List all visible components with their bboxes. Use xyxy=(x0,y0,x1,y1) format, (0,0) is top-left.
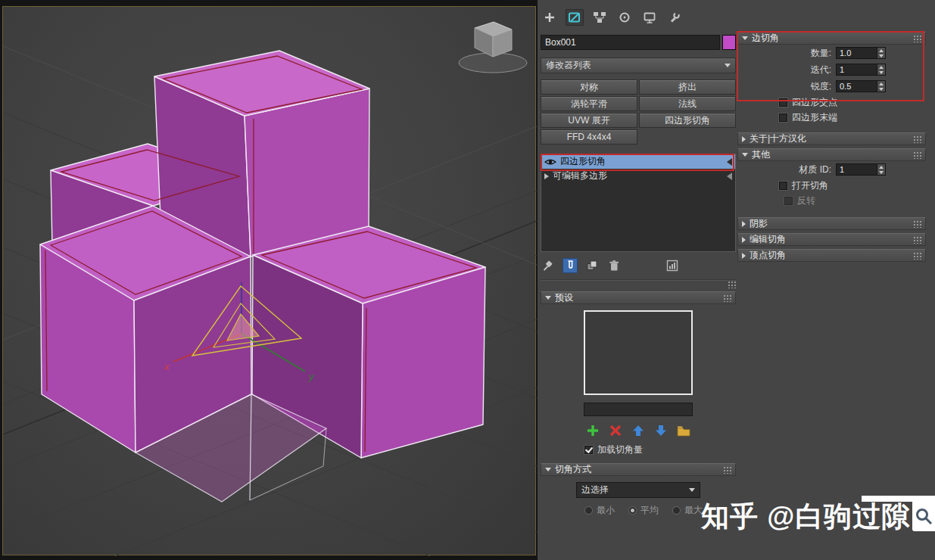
rollout-grip[interactable] xyxy=(912,219,921,228)
magnifier-icon xyxy=(914,506,933,526)
box-cross-object[interactable] xyxy=(40,51,485,458)
rollout-closed-arrow-icon xyxy=(742,136,746,142)
tab-modify[interactable] xyxy=(566,9,584,26)
material-id-value: 1 xyxy=(837,164,877,175)
stack-item-label: 可编辑多边形 xyxy=(553,170,607,182)
checkbox-label: 加载切角量 xyxy=(597,443,643,456)
modifier-button-normal[interactable]: 法线 xyxy=(639,96,736,111)
invert-checkbox[interactable] xyxy=(784,197,793,205)
rollout-header-vertex-chamfer[interactable]: 顶点切角 xyxy=(737,249,926,262)
modifier-button-symmetry[interactable]: 对称 xyxy=(541,79,637,95)
folder-icon[interactable] xyxy=(675,422,692,439)
expand-arrow-icon[interactable] xyxy=(544,173,549,179)
rollout-grip xyxy=(727,280,736,288)
modifier-list-dropdown[interactable]: 修改器列表 xyxy=(541,58,736,73)
dropdown-value: 边选择 xyxy=(581,484,609,496)
modify-icon xyxy=(568,11,581,23)
rollout-header-edit-chamfer[interactable]: 编辑切角 xyxy=(737,233,926,246)
rollout-header-edge-chamfer[interactable]: 边切角 xyxy=(737,32,926,45)
iterations-label: 迭代: xyxy=(777,64,831,76)
quad-intersections-checkbox[interactable] xyxy=(779,98,787,107)
move-down-icon[interactable] xyxy=(653,422,669,439)
stack-item-label: 四边形切角 xyxy=(560,155,606,168)
material-id-spinner[interactable]: 1 xyxy=(836,163,886,176)
viewport-3d[interactable]: x y xyxy=(2,6,536,555)
display-icon xyxy=(644,11,656,23)
rollout-header-preset[interactable]: 预设 xyxy=(541,291,736,304)
preset-name-input[interactable] xyxy=(584,403,693,416)
spinner-arrows[interactable] xyxy=(877,48,885,58)
tab-hierarchy[interactable] xyxy=(591,9,609,26)
sharpness-spinner[interactable]: 0.5 xyxy=(836,80,886,92)
stack-item-editable-poly[interactable]: 可编辑多边形 xyxy=(541,169,735,183)
wrench-icon xyxy=(669,11,681,23)
edge-selection-dropdown[interactable]: 边选择 xyxy=(576,482,700,498)
rollout-open-arrow-icon xyxy=(742,153,748,157)
rollout-header-other[interactable]: 其他 xyxy=(737,148,926,161)
stack-item-quad-chamfer[interactable]: 四边形切角 xyxy=(541,154,735,169)
rollout-title: 编辑切角 xyxy=(750,233,786,246)
spinner-arrows[interactable] xyxy=(877,81,885,92)
add-preset-icon[interactable] xyxy=(584,422,601,439)
rollout-closed-arrow-icon xyxy=(742,237,746,243)
iterations-spinner[interactable]: 1 xyxy=(836,64,886,76)
sharpness-value: 0.5 xyxy=(837,81,877,92)
rollout-header-chamfer-method[interactable]: 切角方式 xyxy=(541,463,736,476)
tab-utilities[interactable] xyxy=(665,9,684,26)
rollout-open-arrow-icon xyxy=(545,468,551,471)
eye-icon[interactable] xyxy=(544,157,556,166)
object-name-value: Box001 xyxy=(545,37,576,48)
modifier-button-quad-chamfer[interactable]: 四边形切角 xyxy=(639,113,736,128)
load-chamfer-amount-checkbox[interactable] xyxy=(584,446,593,454)
show-end-result-icon[interactable] xyxy=(563,258,578,273)
radio-average[interactable]: 平均 xyxy=(628,504,659,517)
delete-preset-icon[interactable] xyxy=(607,422,624,439)
move-up-icon[interactable] xyxy=(630,422,647,439)
rollout-grip[interactable] xyxy=(912,235,921,244)
radio-maximum[interactable]: 最大 xyxy=(672,504,703,517)
checkbox-label: 打开切角 xyxy=(792,179,828,192)
rollout-grip[interactable] xyxy=(722,294,731,302)
pin-stack-icon[interactable] xyxy=(541,258,556,273)
spinner-arrows[interactable] xyxy=(877,64,885,75)
configure-sets-icon[interactable] xyxy=(665,258,680,273)
modifier-button-extrude[interactable]: 挤出 xyxy=(639,79,736,95)
sharpness-label: 锐度: xyxy=(777,80,831,93)
pin-stack-arrow-icon[interactable] xyxy=(727,158,732,166)
object-color-swatch[interactable] xyxy=(722,35,736,50)
chevron-down-icon xyxy=(689,488,695,492)
rollout-grip[interactable] xyxy=(912,34,921,42)
make-unique-icon[interactable] xyxy=(584,258,600,273)
rollout-header-shadow[interactable]: 阴影 xyxy=(737,217,926,230)
rollout-grip[interactable] xyxy=(912,151,921,159)
modifier-button-uvw-unwrap[interactable]: UVW 展开 xyxy=(541,113,637,128)
view-cube[interactable] xyxy=(459,22,527,73)
open-chamfer-checkbox[interactable] xyxy=(779,182,787,190)
pin-stack-arrow-icon[interactable] xyxy=(727,173,732,180)
modifier-button-ffd4x4x4[interactable]: FFD 4x4x4 xyxy=(541,129,637,145)
object-name-input[interactable]: Box001 xyxy=(541,35,720,50)
rollout-grip[interactable] xyxy=(722,465,731,474)
load-chamfer-amount-row: 加载切角量 xyxy=(541,443,736,456)
viewport-scene[interactable]: x y xyxy=(3,7,537,556)
radio-label: 平均 xyxy=(640,504,659,517)
modifier-button-turbosmooth[interactable]: 涡轮平滑 xyxy=(541,96,637,111)
axis-x-label: x xyxy=(164,361,170,372)
radio-minimum[interactable]: 最小 xyxy=(584,504,615,517)
rollout-grip[interactable] xyxy=(912,135,921,143)
radio-label: 最大 xyxy=(684,504,703,517)
remove-modifier-icon[interactable] xyxy=(606,258,622,273)
tab-motion[interactable] xyxy=(616,9,634,26)
rollout-open-arrow-icon xyxy=(545,296,551,300)
amount-spinner[interactable]: 1.0 xyxy=(836,47,886,59)
quad-ends-checkbox[interactable] xyxy=(779,114,787,122)
modifier-list-label: 修改器列表 xyxy=(546,59,591,72)
modifier-button-set: 对称 挤出 涡轮平滑 法线 UVW 展开 四边形切角 FFD 4x4x4 xyxy=(541,79,736,145)
tab-display[interactable] xyxy=(640,9,659,26)
rollout-open-arrow-icon xyxy=(742,36,748,40)
rollout-header-about[interactable]: 关于|十方汉化 xyxy=(737,132,926,145)
rollout-title: 其他 xyxy=(752,148,770,161)
spinner-arrows[interactable] xyxy=(877,164,885,175)
rollout-grip[interactable] xyxy=(912,251,921,260)
tab-create[interactable] xyxy=(541,9,559,26)
